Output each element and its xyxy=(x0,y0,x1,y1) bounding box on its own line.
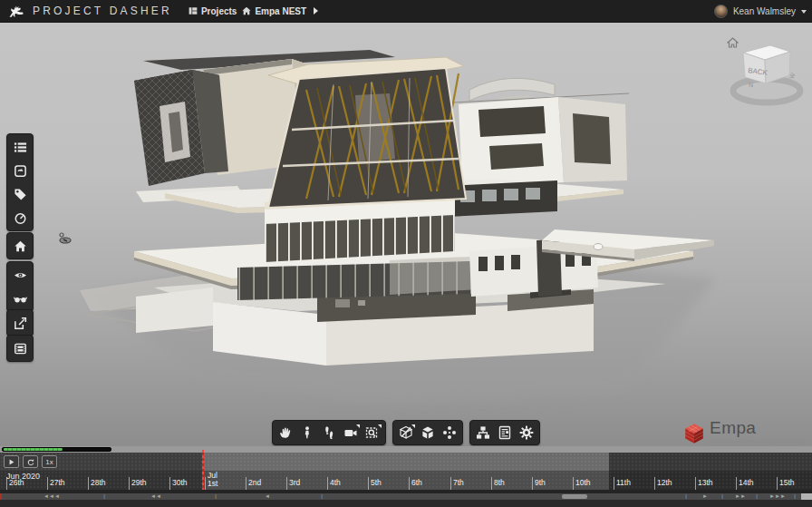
breadcrumb-project[interactable]: Empa NEST xyxy=(242,6,306,16)
eye-button[interactable] xyxy=(8,263,32,287)
scrollbar-mark[interactable]: | xyxy=(103,493,105,500)
timeline-tick xyxy=(205,477,206,490)
scrollbar-mark[interactable]: | xyxy=(756,493,758,500)
dropdown-indicator-icon xyxy=(411,424,415,428)
scrollbar-origin-marker xyxy=(0,493,2,500)
chevron-down-icon xyxy=(801,10,807,14)
section-button[interactable] xyxy=(395,422,417,444)
timeline-tick xyxy=(88,477,89,490)
camera-button[interactable] xyxy=(340,422,362,444)
play-button[interactable] xyxy=(4,455,19,468)
scrollbar-mark[interactable]: | xyxy=(685,493,687,500)
bottom-toolbar-group xyxy=(469,420,540,445)
app-title: PROJECT DASHER xyxy=(33,5,172,17)
dropdown-indicator-icon xyxy=(356,424,360,428)
properties-icon xyxy=(498,425,512,440)
scrollbar-thumb[interactable] xyxy=(562,494,587,499)
timeline-tick xyxy=(450,477,451,490)
scrollbar-mark[interactable]: ►► xyxy=(735,493,746,500)
timeline-playhead[interactable] xyxy=(202,450,204,490)
timeline-tick xyxy=(368,477,369,490)
timeline-tick xyxy=(654,477,655,490)
timeline-zone xyxy=(203,471,609,490)
timeline-day-label: 9th xyxy=(535,479,546,487)
glasses-button[interactable] xyxy=(8,287,32,310)
zoom-window-button[interactable] xyxy=(362,422,383,444)
timeline-zone xyxy=(609,453,812,471)
play-icon xyxy=(7,458,15,466)
settings-icon xyxy=(519,425,534,440)
explode-button[interactable] xyxy=(439,422,460,444)
eye-icon xyxy=(14,268,27,282)
scrollbar-mark[interactable]: | xyxy=(794,493,796,500)
first-person-button[interactable] xyxy=(296,422,318,444)
timeline-date-band[interactable]: Jun 2020 26th27th28th29th30thJul 1st2nd3… xyxy=(0,471,812,490)
timer-button[interactable] xyxy=(8,206,32,229)
breadcrumb-expand-icon[interactable] xyxy=(314,7,318,15)
properties-button[interactable] xyxy=(494,422,516,444)
walk-button[interactable] xyxy=(318,422,340,444)
timeline-day-label: 30th xyxy=(172,479,188,487)
topbar: PROJECT DASHER Projects Empa NEST Kean W… xyxy=(0,0,812,23)
timeline-tick xyxy=(409,477,410,490)
timeline-tick xyxy=(246,477,246,490)
loop-button[interactable] xyxy=(23,455,38,468)
share-button[interactable] xyxy=(8,311,32,335)
timeline-day-label: 14th xyxy=(739,479,754,487)
loop-icon xyxy=(26,458,34,466)
user-menu[interactable]: Kean Walmsley xyxy=(714,0,807,23)
timeline-tick xyxy=(169,477,170,490)
scrollbar-mark[interactable]: | xyxy=(321,493,323,500)
structure-button[interactable] xyxy=(472,422,494,444)
timeline-tick xyxy=(327,477,328,490)
model-button[interactable] xyxy=(417,422,439,444)
timeline-day-label: 12th xyxy=(657,479,672,487)
speed-button[interactable]: 1x xyxy=(42,455,57,468)
film-button[interactable] xyxy=(8,336,32,360)
timeline-day-label: 2nd xyxy=(248,479,261,487)
brand: PROJECT DASHER xyxy=(0,2,172,21)
compass-w-label: W xyxy=(788,72,797,80)
scrollbar-mark[interactable]: | xyxy=(721,493,723,500)
timeline-day-label: 6th xyxy=(411,479,422,487)
data-progress-bar xyxy=(0,446,812,453)
tag-icon xyxy=(14,188,27,201)
scrollbar-mark[interactable]: ◄◄◄ xyxy=(44,493,60,500)
timeline-day-label: 7th xyxy=(453,479,464,487)
share-icon xyxy=(14,317,27,330)
pan-button[interactable] xyxy=(275,422,296,444)
app-window: PROJECT DASHER Projects Empa NEST Kean W… xyxy=(0,0,812,507)
list-icon xyxy=(14,141,27,154)
timber-pavilion xyxy=(268,57,466,208)
timeline-day-label: 11th xyxy=(616,479,631,487)
scrollbar-mark[interactable]: ►►► xyxy=(769,493,786,500)
dashboard-button[interactable] xyxy=(8,159,32,182)
user-name: Kean Walmsley xyxy=(733,6,796,16)
scrollbar-mark[interactable]: ◄◄ xyxy=(150,493,161,500)
timeline-playback-controls: 1x xyxy=(4,455,57,468)
list-button[interactable] xyxy=(8,135,32,159)
timeline-tick xyxy=(777,477,778,490)
upper-right-volumes xyxy=(453,78,629,190)
scrollbar-mark[interactable]: | xyxy=(215,493,217,500)
breadcrumb-projects[interactable]: Projects xyxy=(188,6,237,16)
settings-button[interactable] xyxy=(516,422,537,444)
timeline-day-label: 15th xyxy=(779,479,795,487)
timeline-controls-band[interactable]: 1x xyxy=(0,453,812,471)
timeline-scrollbar[interactable]: ◄◄◄|◄◄|◄||►|►►|►►►| xyxy=(0,493,812,500)
viewport-3d[interactable]: BACK N W Empa Materials Science and Tech… xyxy=(0,23,812,446)
home-view-button[interactable] xyxy=(8,234,32,258)
projects-grid-icon xyxy=(188,6,198,15)
model-icon xyxy=(420,425,435,440)
scrollbar-mark[interactable]: ◄ xyxy=(265,493,270,500)
timeline-day-label: 28th xyxy=(91,479,106,487)
building-model xyxy=(0,23,812,446)
tag-button[interactable] xyxy=(8,182,32,206)
timeline-day-label: 8th xyxy=(494,479,505,487)
scrollbar-mark[interactable]: ► xyxy=(702,493,708,500)
viewcube[interactable]: BACK N W xyxy=(721,27,808,111)
scrollbar-corner xyxy=(801,493,812,500)
bottom-toolbar-group xyxy=(392,420,463,445)
dropdown-indicator-icon xyxy=(378,424,382,428)
viewcube-home-icon[interactable] xyxy=(727,35,739,46)
